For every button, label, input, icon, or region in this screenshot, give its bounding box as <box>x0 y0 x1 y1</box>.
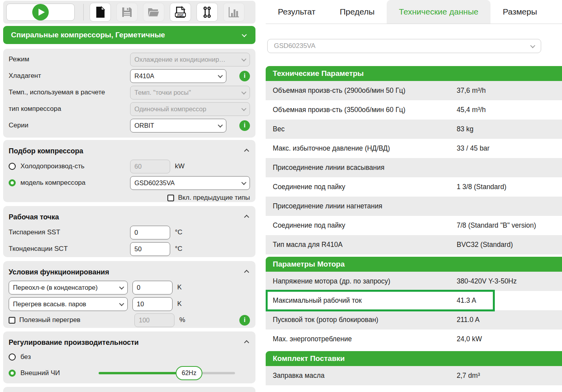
category-label: Спиральные компрессоры, Герметичные <box>11 31 165 39</box>
operating-point-card: Рабочая точка Тиспарения SST °C Тконденс… <box>3 206 255 257</box>
no-control-radio[interactable] <box>9 353 16 361</box>
sst-label: Тиспарения SST <box>9 228 60 236</box>
toolbar: PDF <box>3 1 255 24</box>
useful-superheat-unit: % <box>179 316 185 324</box>
chevron-down-icon <box>241 30 248 40</box>
pdf-export-icon: PDF <box>174 6 186 18</box>
superheat-unit: K <box>177 300 182 308</box>
temp-basis-select: Темп. "точки росы" <box>130 86 250 99</box>
collapse-chevron-icon[interactable] <box>243 146 250 156</box>
previous-types-label: Вкл. предыдущие типы <box>178 194 250 202</box>
compare-button[interactable] <box>197 3 218 22</box>
filters-card: Режим Охлаждение и кондиционир… Хладаген… <box>3 49 255 138</box>
collapse-chevron-icon[interactable] <box>243 212 250 222</box>
model-radio[interactable] <box>9 179 16 186</box>
chevron-down-icon <box>241 106 246 111</box>
compressor-type-label: тип компрессора <box>9 105 61 113</box>
table-row: Макс. избыточное давление (НД/ВД) 33 / 4… <box>266 139 562 158</box>
chevron-down-icon <box>241 89 246 94</box>
new-document-button[interactable] <box>90 3 111 22</box>
chart-button[interactable] <box>223 3 244 22</box>
conditions-card: Условия функционирования Переохл-е (в ко… <box>3 261 255 328</box>
sst-input[interactable] <box>130 226 170 239</box>
capacity-control-card: Регулирование производительности без Вне… <box>3 331 255 383</box>
chevron-down-icon <box>119 284 124 289</box>
table-row: Мах. энергопотребление 24,0 kW <box>266 329 562 349</box>
sct-input[interactable] <box>130 242 170 256</box>
section-header: Комплект Поставки <box>266 351 562 366</box>
chevron-down-icon <box>241 56 246 61</box>
subcooling-input[interactable] <box>132 281 173 294</box>
table-row: Заправка масла 2,7 dm³ <box>266 366 562 385</box>
operating-point-title: Рабочая точка <box>9 213 59 221</box>
model-select-left[interactable]: GSD60235VA <box>130 176 250 190</box>
capacity-radio[interactable] <box>9 163 16 170</box>
compare-icon <box>202 6 212 18</box>
category-dropdown[interactable]: Спиральные компрессоры, Герметичные <box>3 26 255 44</box>
chevron-down-icon <box>218 73 223 78</box>
section-header: Параметры Мотора <box>266 257 562 272</box>
info-icon[interactable] <box>239 71 250 81</box>
next-card-partial <box>3 387 255 392</box>
model-dropdown[interactable]: GSD60235VA <box>267 39 541 53</box>
play-icon <box>32 4 49 20</box>
chevron-down-icon <box>530 43 535 48</box>
table-row: Вес 83 kg <box>266 120 562 139</box>
model-label: модель компрессора <box>20 179 86 187</box>
calculate-button[interactable] <box>6 4 75 21</box>
info-icon[interactable] <box>239 315 250 326</box>
tab-result[interactable]: Результат <box>266 0 328 24</box>
toolbar-divider <box>83 4 84 20</box>
sst-unit: °C <box>175 228 182 236</box>
external-vfd-label: Внешний ЧИ <box>20 369 60 377</box>
right-panel: Результат Пределы Технические данные Раз… <box>266 0 562 392</box>
sct-unit: °C <box>175 245 182 253</box>
chevron-down-icon <box>241 180 246 185</box>
table-row: Объемная произв-сть (2900об/мин 50 Гц) 3… <box>266 81 562 100</box>
frequency-slider[interactable]: 62Hz <box>99 366 235 380</box>
tab-dimensions[interactable]: Размеры <box>490 0 549 24</box>
info-icon[interactable] <box>239 120 250 131</box>
open-folder-button[interactable] <box>143 3 164 22</box>
useful-superheat-input <box>134 313 174 327</box>
superheat-input[interactable] <box>132 297 173 311</box>
table-row: Объемная произв-сть (3500об/мин 60 Гц) 4… <box>266 100 562 120</box>
tab-bar: Результат Пределы Технические данные Раз… <box>266 0 562 24</box>
selection-title: Подбор компрессора <box>9 147 83 155</box>
temp-basis-label: Темп., используемая в расчете <box>9 88 105 96</box>
selection-card: Подбор компрессора Холодопроизвод-сть kW… <box>3 140 255 202</box>
collapse-chevron-icon[interactable] <box>243 337 250 348</box>
sct-label: Тконденсации SCT <box>9 245 68 253</box>
superheat-select[interactable]: Перегрев всасыв. паров <box>9 297 128 311</box>
table-row: Присоединение линии нагнетания <box>266 197 562 216</box>
subcooling-select[interactable]: Переохл-е (в конденсаторе) <box>9 281 128 294</box>
technical-data-table: Технические Параметры Объемная произв-ст… <box>266 66 562 385</box>
refrigerant-select[interactable]: R410A <box>130 69 226 83</box>
tab-technical-data[interactable]: Технические данные <box>387 0 490 24</box>
slider-thumb[interactable]: 62Hz <box>176 366 202 380</box>
capacity-control-title: Регулирование производительности <box>9 339 139 347</box>
table-row: Пусковой ток (ротор блокирован) 211.0 A <box>266 310 562 329</box>
app-window: PDF <box>0 0 562 392</box>
mode-select: Охлаждение и кондиционир… <box>130 53 250 66</box>
collapse-chevron-icon[interactable] <box>243 267 250 277</box>
new-document-icon <box>95 6 105 18</box>
section-header: Технические Параметры <box>266 66 562 81</box>
table-row: Соединение под пайку 1 3/8 (Standard) <box>266 177 562 197</box>
pdf-label: PDF <box>178 13 184 17</box>
bar-chart-icon <box>228 6 240 18</box>
pdf-export-button[interactable]: PDF <box>170 3 191 22</box>
table-row: Соединение под пайку 7/8 (Standard "B" v… <box>266 216 562 235</box>
tab-limits[interactable]: Пределы <box>328 0 387 24</box>
save-button[interactable] <box>116 3 138 22</box>
chevron-down-icon <box>218 122 223 127</box>
previous-types-checkbox[interactable] <box>167 195 174 201</box>
external-vfd-radio[interactable] <box>9 370 16 377</box>
chevron-down-icon <box>119 301 124 306</box>
table-row: Тип масла для R410A BVC32 (Standard) <box>266 235 562 254</box>
table-row: Напряжение мотора (др. по запросу) 380-4… <box>266 272 562 291</box>
table-row: Присоединение линии всасывания <box>266 158 562 177</box>
series-select[interactable]: ORBIT <box>130 119 226 133</box>
useful-superheat-checkbox[interactable] <box>9 317 15 324</box>
capacity-unit: kW <box>175 162 185 170</box>
